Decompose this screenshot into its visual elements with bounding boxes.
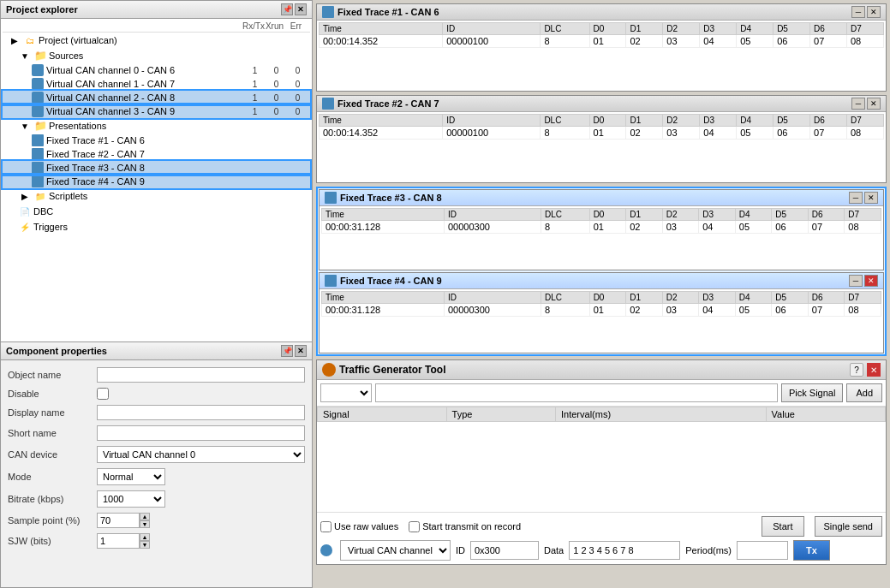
tg-start-button[interactable]: Start <box>762 516 803 537</box>
tg-add-button[interactable]: Add <box>846 383 882 402</box>
sjw-up[interactable]: ▲ <box>140 533 150 541</box>
tree-item-can7[interactable]: Virtual CAN channel 1 - CAN 7 1 0 0 <box>3 77 310 91</box>
project-explorer: Project explorer 📌 ✕ Rx/Tx Xrun Err ▶ � <box>0 0 313 342</box>
tree-item-can9[interactable]: Virtual CAN channel 3 - CAN 9 1 0 0 <box>3 104 310 118</box>
tree-item-presentations[interactable]: ▼ 📁 Presentations <box>3 118 310 134</box>
tree-item-trace4[interactable]: Fixed Trace #4 - CAN 9 <box>3 175 310 188</box>
presentations-expand-icon: ▼ <box>18 119 32 133</box>
short-name-input[interactable] <box>97 425 305 441</box>
tg-help-button[interactable]: ? <box>850 363 863 377</box>
trace4-col-d2: D2 <box>662 292 699 304</box>
t4r1-d7: 08 <box>845 304 881 317</box>
trace3-close[interactable]: ✕ <box>864 192 878 204</box>
tree-item-project[interactable]: ▶ 🗂 Project (virtualcan) <box>3 33 310 48</box>
sample-point-down[interactable]: ▼ <box>140 520 150 528</box>
tree-item-triggers[interactable]: ⚡ Triggers <box>3 219 310 235</box>
trace2-minimize[interactable]: ─ <box>851 98 865 110</box>
trace1-col-d3: D3 <box>700 23 737 35</box>
t2r1-d4: 05 <box>737 127 774 140</box>
tg-signal-text-input[interactable] <box>375 383 778 402</box>
t4r1-d6: 07 <box>808 304 845 317</box>
use-raw-values-label[interactable]: Use raw values <box>320 521 398 532</box>
can7-icon <box>32 78 44 90</box>
tree-item-can8[interactable]: Virtual CAN channel 2 - CAN 8 1 0 0 <box>3 91 310 104</box>
trace1-close[interactable]: ✕ <box>867 6 881 18</box>
tg-pick-signal-button[interactable]: Pick Signal <box>781 383 843 402</box>
bitrate-label: Bitrate (kbps) <box>8 494 93 504</box>
start-transmit-checkbox[interactable] <box>409 521 420 532</box>
use-raw-values-checkbox[interactable] <box>320 521 332 532</box>
sjw-spinner: ▲ ▼ <box>97 533 150 549</box>
close-props-button[interactable]: ✕ <box>295 345 307 357</box>
sample-point-up[interactable]: ▲ <box>140 513 150 520</box>
can-device-select[interactable]: Virtual CAN channel 0 Virtual CAN channe… <box>97 446 305 463</box>
t1r1-d4: 05 <box>737 35 774 48</box>
tree-item-dbc[interactable]: 📄 DBC <box>3 204 310 219</box>
can-device-row: CAN device Virtual CAN channel 0 Virtual… <box>8 446 305 463</box>
pin-button[interactable]: 📌 <box>281 3 293 15</box>
trace1-col-d2: D2 <box>663 23 700 35</box>
trace4-minimize[interactable]: ─ <box>849 275 863 287</box>
tg-close-button[interactable]: ✕ <box>867 363 881 377</box>
can9-err: 0 <box>287 107 308 116</box>
tg-single-send-button[interactable]: Single send <box>815 516 883 537</box>
tree-item-trace2[interactable]: Fixed Trace #2 - CAN 7 <box>3 147 310 161</box>
trace4-col-d6: D6 <box>808 292 845 304</box>
table-row: 00:00:14.352 00000100 8 01 02 03 04 05 0… <box>320 127 884 140</box>
tg-period-input[interactable] <box>737 541 788 560</box>
t4r1-d0: 01 <box>589 304 626 317</box>
tg-channel-select[interactable]: Virtual CAN channel <box>340 540 451 561</box>
col-rx-tx: Rx/Tx <box>242 21 264 31</box>
can9-label: Virtual CAN channel 3 - CAN 9 <box>46 106 244 116</box>
triggers-icon: ⚡ <box>18 220 32 234</box>
object-name-row: Object name <box>8 367 305 383</box>
trace3-col-d6: D6 <box>808 209 845 221</box>
tree-item-trace1[interactable]: Fixed Trace #1 - CAN 6 <box>3 134 310 147</box>
tg-id-input[interactable] <box>470 541 539 560</box>
tree-item-scriptlets[interactable]: ▶ 📁 Scriptlets <box>3 188 310 204</box>
tree-item-can6[interactable]: Virtual CAN channel 0 - CAN 6 1 0 0 <box>3 63 310 77</box>
trace3-minimize[interactable]: ─ <box>849 192 863 204</box>
trace1-col-d7: D7 <box>846 23 883 35</box>
tree-header: Rx/Tx Xrun Err <box>3 21 310 33</box>
t4r1-d2: 03 <box>662 304 699 317</box>
tg-signal-dropdown[interactable] <box>320 383 372 402</box>
tg-col-signal: Signal <box>318 407 447 422</box>
tree-item-trace3[interactable]: Fixed Trace #3 - CAN 8 <box>3 161 310 175</box>
props-form: Object name Disable Display name Short n… <box>1 360 312 587</box>
trace2-col-dlc: DLC <box>541 115 589 127</box>
col-xrun: Xrun <box>264 21 285 31</box>
object-name-input[interactable] <box>97 367 305 383</box>
trace3-col-d0: D0 <box>589 209 626 221</box>
t3r1-time: 00:00:31.128 <box>322 221 445 234</box>
t4r1-id: 00000300 <box>444 304 541 317</box>
trace1-label: Fixed Trace #1 - CAN 6 <box>46 135 308 146</box>
use-raw-values-text: Use raw values <box>334 521 398 532</box>
display-name-label: Display name <box>8 407 93 418</box>
component-properties: Component properties 📌 ✕ Object name Dis… <box>0 342 313 588</box>
display-name-input[interactable] <box>97 405 305 420</box>
scriptlets-expand-icon: ▶ <box>18 189 32 203</box>
tg-col-type: Type <box>446 407 555 422</box>
project-icon: ▶ <box>8 33 21 47</box>
mode-select[interactable]: Normal Listen <box>97 468 165 485</box>
tg-tx-button[interactable]: Tx <box>793 540 830 561</box>
trace1-minimize[interactable]: ─ <box>851 6 865 18</box>
trace4-close[interactable]: ✕ <box>864 275 878 287</box>
sjw-down[interactable]: ▼ <box>140 541 150 549</box>
sample-point-input[interactable] <box>97 513 140 528</box>
bitrate-select[interactable]: 1000 500 250 <box>97 490 165 508</box>
tg-signal-table: Signal Type Interval(ms) Value <box>317 407 886 422</box>
can6-rx: 1 <box>244 66 266 75</box>
pin-props-button[interactable]: 📌 <box>281 345 293 357</box>
trace2-close[interactable]: ✕ <box>867 98 881 110</box>
sjw-input[interactable] <box>97 533 140 549</box>
tg-data-input[interactable] <box>569 541 680 560</box>
disable-checkbox[interactable] <box>97 388 109 400</box>
presentations-label: Presentations <box>49 121 308 131</box>
trace3-col-dlc: DLC <box>541 209 590 221</box>
tree-item-sources[interactable]: ▼ 📁 Sources <box>3 48 310 63</box>
close-explorer-button[interactable]: ✕ <box>295 3 307 15</box>
tg-signal-table-area: Signal Type Interval(ms) Value <box>317 407 886 512</box>
start-transmit-label[interactable]: Start transmit on record <box>409 521 521 532</box>
